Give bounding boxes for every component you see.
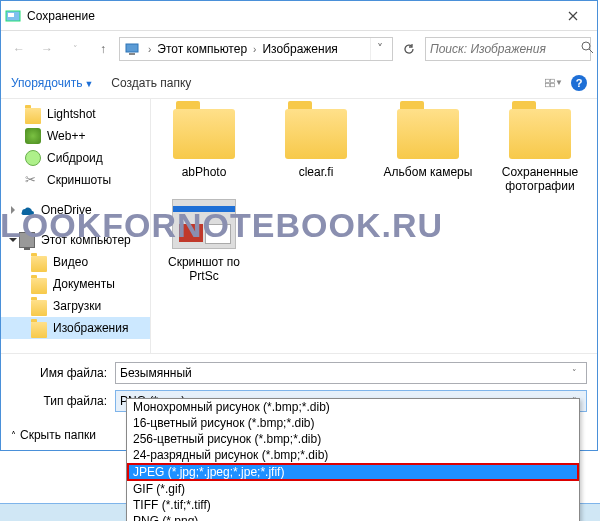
chevron-down-icon[interactable]: ˅ bbox=[566, 368, 582, 378]
new-folder-button[interactable]: Создать папку bbox=[111, 76, 191, 90]
forward-button[interactable]: → bbox=[35, 37, 59, 61]
tree-item[interactable]: Web++ bbox=[1, 125, 150, 147]
tree-item[interactable]: Lightshot bbox=[1, 103, 150, 125]
breadcrumb-part[interactable]: Изображения bbox=[260, 40, 339, 58]
close-icon bbox=[568, 11, 578, 21]
folder-label: Сохраненные фотографии bbox=[495, 165, 585, 193]
filetype-option[interactable]: GIF (*.gif) bbox=[127, 481, 579, 497]
recent-dropdown[interactable]: ˅ bbox=[63, 37, 87, 61]
breadcrumb[interactable]: › Этот компьютер › Изображения ˅ bbox=[119, 37, 393, 61]
filetype-option[interactable]: PNG (*.png) bbox=[127, 513, 579, 521]
svg-rect-3 bbox=[129, 53, 135, 55]
tree-item[interactable]: Видео bbox=[1, 251, 150, 273]
tree-item-label: OneDrive bbox=[41, 203, 92, 217]
window-title: Сохранение bbox=[27, 9, 553, 23]
tree-item-label: Видео bbox=[53, 255, 88, 269]
svg-rect-6 bbox=[551, 79, 555, 82]
tree-item-label: Скриншоты bbox=[47, 173, 111, 187]
chevron-right-icon: › bbox=[253, 44, 256, 55]
tree-item-label: Изображения bbox=[53, 321, 128, 335]
help-button[interactable]: ? bbox=[571, 75, 587, 91]
tree-view[interactable]: LightshotWeb++Сибдроид✂СкриншотыOneDrive… bbox=[1, 99, 151, 353]
tree-item-label: Этот компьютер bbox=[41, 233, 131, 247]
navbar: ← → ˅ ↑ › Этот компьютер › Изображения ˅ bbox=[1, 31, 597, 67]
tree-item-label: Загрузки bbox=[53, 299, 101, 313]
chevron-down-icon: ▼ bbox=[84, 79, 93, 89]
filename-label: Имя файла: bbox=[11, 366, 115, 380]
svg-rect-5 bbox=[546, 79, 550, 82]
svg-rect-2 bbox=[126, 44, 138, 52]
folder-icon bbox=[173, 109, 235, 159]
back-button[interactable]: ← bbox=[7, 37, 31, 61]
tree-item[interactable]: Этот компьютер bbox=[1, 229, 150, 251]
folder-content[interactable]: abPhotoclear.fiАльбом камерыСохраненные … bbox=[151, 99, 597, 353]
filetype-option[interactable]: 256-цветный рисунок (*.bmp;*.dib) bbox=[127, 431, 579, 447]
svg-point-4 bbox=[582, 42, 590, 50]
folder-icon bbox=[285, 109, 347, 159]
tree-item[interactable]: Изображения bbox=[1, 317, 150, 339]
filetype-label: Тип файла: bbox=[11, 394, 115, 408]
toolbar: Упорядочить▼ Создать папку ▼ ? bbox=[1, 67, 597, 99]
filetype-option[interactable]: 16-цветный рисунок (*.bmp;*.dib) bbox=[127, 415, 579, 431]
tree-item[interactable]: Сибдроид bbox=[1, 147, 150, 169]
hide-folders-button[interactable]: ˄ Скрыть папки bbox=[11, 428, 96, 442]
folder-label: Альбом камеры bbox=[384, 165, 473, 179]
tree-item-label: Lightshot bbox=[47, 107, 96, 121]
folder-item[interactable]: abPhoto bbox=[159, 109, 249, 193]
refresh-icon bbox=[402, 42, 416, 56]
filetype-dropdown[interactable]: Монохромный рисунок (*.bmp;*.dib)16-цвет… bbox=[126, 398, 580, 521]
tree-item[interactable]: ✂Скриншоты bbox=[1, 169, 150, 191]
tree-item[interactable]: Документы bbox=[1, 273, 150, 295]
svg-rect-1 bbox=[8, 13, 14, 17]
search-input[interactable] bbox=[430, 42, 581, 56]
filename-value: Безымянный bbox=[120, 366, 192, 380]
file-label: Скриншот по PrtSc bbox=[159, 255, 249, 283]
chevron-up-icon: ˄ bbox=[11, 430, 16, 441]
svg-rect-7 bbox=[546, 83, 550, 86]
up-button[interactable]: ↑ bbox=[91, 37, 115, 61]
tree-item-label: Сибдроид bbox=[47, 151, 103, 165]
pc-icon bbox=[124, 41, 140, 57]
folder-label: abPhoto bbox=[182, 165, 227, 179]
tree-item[interactable]: OneDrive bbox=[1, 199, 150, 221]
save-dialog: Сохранение ← → ˅ ↑ › Этот компьютер › Из… bbox=[0, 0, 598, 451]
filetype-option[interactable]: 24-разрядный рисунок (*.bmp;*.dib) bbox=[127, 447, 579, 463]
tree-item-label: Web++ bbox=[47, 129, 85, 143]
tree-item[interactable]: Загрузки bbox=[1, 295, 150, 317]
close-button[interactable] bbox=[553, 2, 593, 30]
breadcrumb-dropdown[interactable]: ˅ bbox=[370, 38, 388, 60]
organize-menu[interactable]: Упорядочить▼ bbox=[11, 76, 93, 90]
view-button[interactable]: ▼ bbox=[545, 74, 563, 92]
filetype-option[interactable]: JPEG (*.jpg;*.jpeg;*.jpe;*.jfif) bbox=[127, 463, 579, 481]
file-item[interactable]: Скриншот по PrtSc bbox=[159, 199, 249, 283]
tree-item-label: Документы bbox=[53, 277, 115, 291]
dialog-body: LightshotWeb++Сибдроид✂СкриншотыOneDrive… bbox=[1, 99, 597, 353]
folder-item[interactable]: Альбом камеры bbox=[383, 109, 473, 193]
search-icon[interactable] bbox=[581, 41, 594, 57]
thumbnail-icon bbox=[172, 199, 236, 249]
titlebar: Сохранение bbox=[1, 1, 597, 31]
folder-item[interactable]: clear.fi bbox=[271, 109, 361, 193]
folder-label: clear.fi bbox=[299, 165, 334, 179]
chevron-right-icon: › bbox=[148, 44, 151, 55]
folder-icon bbox=[397, 109, 459, 159]
app-icon bbox=[5, 8, 21, 24]
search-box[interactable] bbox=[425, 37, 591, 61]
folder-icon bbox=[509, 109, 571, 159]
filetype-option[interactable]: Монохромный рисунок (*.bmp;*.dib) bbox=[127, 399, 579, 415]
svg-rect-8 bbox=[551, 83, 555, 86]
breadcrumb-part[interactable]: Этот компьютер bbox=[155, 40, 249, 58]
folder-item[interactable]: Сохраненные фотографии bbox=[495, 109, 585, 193]
filename-field[interactable]: Безымянный ˅ bbox=[115, 362, 587, 384]
filetype-option[interactable]: TIFF (*.tif;*.tiff) bbox=[127, 497, 579, 513]
refresh-button[interactable] bbox=[397, 37, 421, 61]
